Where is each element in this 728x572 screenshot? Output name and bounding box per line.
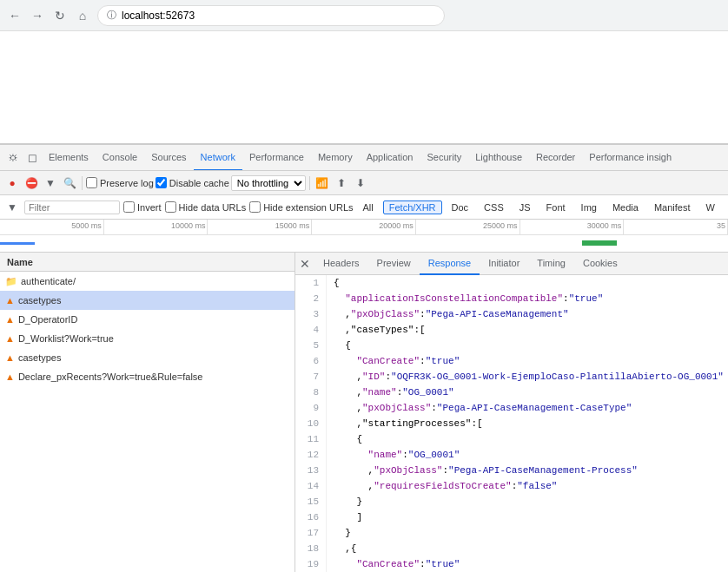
line-number: 5 — [295, 338, 327, 353]
tab-response[interactable]: Response — [420, 253, 480, 275]
tab-recorder[interactable]: Recorder — [529, 145, 582, 171]
tab-cookies[interactable]: Cookies — [574, 253, 626, 275]
type-css[interactable]: CSS — [478, 201, 510, 214]
preserve-log-checkbox[interactable] — [86, 177, 97, 188]
tab-perf-insights[interactable]: Performance insigh — [582, 145, 678, 171]
line-number: 9 — [295, 400, 327, 416]
json-line: 12 "name":"OG_0001" — [295, 447, 728, 463]
request-item-casetypes2[interactable]: ▲ casetypes — [0, 348, 295, 367]
json-line: 19 "CanCreate":"true" — [295, 556, 728, 572]
tab-preview[interactable]: Preview — [368, 253, 420, 275]
request-list-panel: Name 📁 authenticate/ ▲ casetypes ▲ D_Ope… — [0, 253, 295, 572]
json-line: 9 ,"pxObjClass":"Pega-API-CaseManagement… — [295, 400, 728, 416]
tab-network[interactable]: Network — [194, 145, 242, 171]
forward-button[interactable]: → — [30, 8, 45, 23]
wifi-icon[interactable]: 📶 — [314, 174, 331, 192]
browser-chrome: ← → ↻ ⌂ ⓘ localhost:52673 — [0, 0, 728, 31]
request-item-worklist[interactable]: ▲ D_Worklist?Work=true — [0, 329, 295, 348]
fetch-icon-declare: ▲ — [5, 371, 15, 382]
tick-7: 35 — [624, 220, 728, 234]
filter-input-wrap[interactable] — [24, 201, 120, 214]
type-fetch-xhr[interactable]: Fetch/XHR — [383, 201, 442, 214]
tab-lighthouse[interactable]: Lighthouse — [468, 145, 529, 171]
tab-timing[interactable]: Timing — [528, 253, 574, 275]
type-media[interactable]: Media — [606, 201, 645, 214]
request-list-header: Name — [0, 253, 295, 272]
tick-4: 20000 ms — [312, 220, 416, 234]
line-content: ,"requiresFieldsToCreate":"false" — [327, 478, 564, 494]
upload-icon[interactable]: ⬆ — [333, 174, 350, 192]
line-number: 1 — [295, 275, 327, 291]
download-icon[interactable]: ⬇ — [352, 174, 369, 192]
line-content: "CanCreate":"true" — [327, 556, 467, 572]
reload-button[interactable]: ↻ — [52, 8, 68, 23]
hide-data-urls-label[interactable]: Hide data URLs — [165, 201, 247, 213]
tab-performance[interactable]: Performance — [242, 145, 311, 171]
request-item-operatorid[interactable]: ▲ D_OperatorID — [0, 310, 295, 329]
tab-elements[interactable]: Elements — [42, 145, 96, 171]
type-img[interactable]: Img — [575, 201, 603, 214]
timeline-ticks: 5000 ms 10000 ms 15000 ms 20000 ms 25000… — [0, 220, 728, 235]
type-w[interactable]: W — [699, 201, 720, 214]
clear-button[interactable]: ⛔ — [23, 174, 40, 192]
invert-checkbox[interactable] — [123, 201, 135, 213]
filter-icon[interactable]: ▼ — [3, 199, 21, 216]
json-line: 2 "applicationIsConstellationCompatible"… — [295, 291, 728, 306]
timeline-bar-green — [582, 240, 617, 246]
request-item-casetypes[interactable]: ▲ casetypes — [0, 291, 295, 310]
tab-console[interactable]: Console — [96, 145, 144, 171]
type-all[interactable]: All — [357, 201, 380, 214]
type-font[interactable]: Font — [540, 201, 572, 214]
json-line: 15 } — [295, 494, 728, 510]
response-panel: ✕ Headers Preview Response Initiator Tim… — [295, 253, 728, 572]
request-item-declare[interactable]: ▲ Declare_pxRecents?Work=true&Rule=false — [0, 367, 295, 386]
separator-2 — [309, 176, 310, 190]
url-text: localhost:52673 — [122, 10, 195, 22]
devtools: ⛭ ◻ Elements Console Sources Network Per… — [0, 144, 728, 572]
tab-sources[interactable]: Sources — [144, 145, 193, 171]
tick-3: 15000 ms — [208, 220, 312, 234]
request-name-declare: Declare_pxRecents?Work=true&Rule=false — [18, 371, 203, 382]
line-content: "name":"OG_0001" — [327, 447, 467, 463]
tab-security[interactable]: Security — [420, 145, 468, 171]
tab-headers[interactable]: Headers — [314, 253, 368, 275]
device-icon[interactable]: ◻ — [23, 148, 42, 168]
throttle-select[interactable]: No throttling — [231, 175, 306, 191]
line-number: 12 — [295, 447, 327, 463]
line-content: "CanCreate":"true" — [327, 353, 467, 369]
filter-input[interactable] — [29, 202, 116, 213]
search-button[interactable]: 🔍 — [61, 174, 78, 192]
record-button[interactable]: ● — [3, 174, 21, 192]
close-response-button[interactable]: ✕ — [295, 254, 314, 273]
line-number: 14 — [295, 478, 327, 494]
tab-application[interactable]: Application — [360, 145, 420, 171]
filter-icon-btn[interactable]: ▼ — [42, 174, 59, 192]
invert-label[interactable]: Invert — [123, 201, 162, 213]
hide-ext-urls-checkbox[interactable] — [249, 201, 261, 213]
fetch-icon-operatorid: ▲ — [5, 314, 15, 325]
hide-data-urls-checkbox[interactable] — [165, 201, 176, 213]
line-content: { — [327, 275, 347, 291]
disable-cache-checkbox[interactable] — [156, 177, 167, 188]
request-name-casetypes: casetypes — [18, 295, 62, 306]
tab-memory[interactable]: Memory — [311, 145, 360, 171]
back-button[interactable]: ← — [7, 8, 23, 23]
line-content: } — [327, 494, 369, 510]
type-manifest[interactable]: Manifest — [648, 201, 697, 214]
disable-cache-label[interactable]: Disable cache — [156, 177, 229, 188]
type-doc[interactable]: Doc — [446, 201, 475, 214]
preserve-log-label[interactable]: Preserve log — [86, 177, 154, 188]
tick-5: 25000 ms — [416, 220, 520, 234]
type-js[interactable]: JS — [513, 201, 537, 214]
folder-icon: 📁 — [5, 276, 17, 287]
home-button[interactable]: ⌂ — [75, 8, 90, 23]
fetch-icon-casetypes: ▲ — [5, 295, 15, 306]
request-item-authenticate[interactable]: 📁 authenticate/ — [0, 272, 295, 291]
address-bar[interactable]: ⓘ localhost:52673 — [97, 5, 445, 26]
hide-ext-urls-label[interactable]: Hide extension URLs — [249, 201, 353, 213]
main-panel: Name 📁 authenticate/ ▲ casetypes ▲ D_Ope… — [0, 253, 728, 572]
inspect-icon[interactable]: ⛭ — [3, 148, 23, 168]
timeline-area: 5000 ms 10000 ms 15000 ms 20000 ms 25000… — [0, 220, 728, 253]
line-content: ,"pxObjClass":"Pega-API-CaseManagement" — [327, 306, 576, 322]
tab-initiator[interactable]: Initiator — [480, 253, 528, 275]
